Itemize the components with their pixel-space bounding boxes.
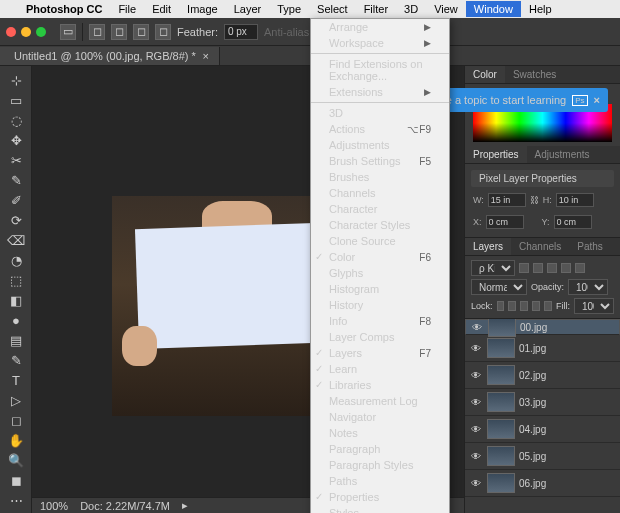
menu-window[interactable]: Window	[466, 1, 521, 17]
layer-filter-kind[interactable]: ρ Kind	[471, 260, 515, 276]
feather-input[interactable]	[224, 24, 258, 40]
layer-row[interactable]: 👁02.jpg	[465, 362, 620, 389]
menu-item-extensions[interactable]: Extensions▶	[311, 84, 449, 100]
menu-item-workspace[interactable]: Workspace▶	[311, 35, 449, 51]
lock-pos-icon[interactable]	[520, 301, 528, 311]
marquee-tool-icon[interactable]: ▭	[60, 24, 76, 40]
selection-subtract-icon[interactable]: ◻	[133, 24, 149, 40]
close-tab-icon[interactable]: ×	[203, 50, 209, 62]
tool-3[interactable]: ✥	[3, 130, 29, 150]
visibility-icon[interactable]: 👁	[470, 322, 484, 333]
visibility-icon[interactable]: 👁	[469, 424, 483, 435]
menu-item-channels[interactable]: Channels	[311, 185, 449, 201]
menu-item-history[interactable]: History	[311, 297, 449, 313]
tab-swatches[interactable]: Swatches	[505, 66, 564, 83]
tool-4[interactable]: ✂	[3, 150, 29, 170]
menu-type[interactable]: Type	[269, 1, 309, 17]
menu-item-paragraph-styles[interactable]: Paragraph Styles	[311, 457, 449, 473]
tool-12[interactable]: ●	[3, 310, 29, 330]
document-tab[interactable]: Untitled1 @ 100% (00.jpg, RGB/8#) * ×	[0, 47, 220, 65]
menu-item-measurement-log[interactable]: Measurement Log	[311, 393, 449, 409]
menu-item-actions[interactable]: Actions⌥F9	[311, 121, 449, 137]
menu-item-histogram[interactable]: Histogram	[311, 281, 449, 297]
menu-item-adjustments[interactable]: Adjustments	[311, 137, 449, 153]
tool-17[interactable]: ◻	[3, 410, 29, 430]
selection-new-icon[interactable]: ◻	[89, 24, 105, 40]
tool-20[interactable]: ◼	[3, 470, 29, 490]
tab-paths[interactable]: Paths	[569, 238, 611, 255]
tool-7[interactable]: ⟳	[3, 210, 29, 230]
opacity-select[interactable]: 100%	[568, 279, 608, 295]
menu-item-layer-comps[interactable]: Layer Comps	[311, 329, 449, 345]
visibility-icon[interactable]: 👁	[469, 397, 483, 408]
layer-row[interactable]: 👁05.jpg	[465, 443, 620, 470]
x-input[interactable]	[486, 215, 524, 229]
menu-layer[interactable]: Layer	[226, 1, 270, 17]
menu-item-brush-settings[interactable]: Brush SettingsF5	[311, 153, 449, 169]
menu-item-character[interactable]: Character	[311, 201, 449, 217]
menu-view[interactable]: View	[426, 1, 466, 17]
menu-edit[interactable]: Edit	[144, 1, 179, 17]
blend-mode-select[interactable]: Normal	[471, 279, 527, 295]
filter-smart-icon[interactable]	[575, 263, 585, 273]
menu-image[interactable]: Image	[179, 1, 226, 17]
w-input[interactable]	[488, 193, 526, 207]
menu-item-learn[interactable]: ✓Learn	[311, 361, 449, 377]
layer-row[interactable]: 👁06.jpg	[465, 470, 620, 497]
tab-layers[interactable]: Layers	[465, 238, 511, 255]
menu-item-brushes[interactable]: Brushes	[311, 169, 449, 185]
tab-properties[interactable]: Properties	[465, 146, 527, 163]
menu-item-layers[interactable]: ✓LayersF7	[311, 345, 449, 361]
tool-9[interactable]: ◔	[3, 250, 29, 270]
filter-type-icon[interactable]	[547, 263, 557, 273]
app-name[interactable]: Photoshop CC	[18, 1, 110, 17]
menu-file[interactable]: File	[110, 1, 144, 17]
menu-item-find-extensions-on-exchange-[interactable]: Find Extensions on Exchange...	[311, 56, 449, 84]
filter-adjust-icon[interactable]	[533, 263, 543, 273]
close-button[interactable]	[6, 27, 16, 37]
menu-item-info[interactable]: InfoF8	[311, 313, 449, 329]
menu-item-arrange[interactable]: Arrange▶	[311, 19, 449, 35]
status-chevron-icon[interactable]: ▸	[182, 499, 188, 512]
lock-pixels-icon[interactable]	[508, 301, 516, 311]
tab-adjustments[interactable]: Adjustments	[527, 146, 598, 163]
menu-filter[interactable]: Filter	[356, 1, 396, 17]
visibility-icon[interactable]: 👁	[469, 451, 483, 462]
tool-15[interactable]: T	[3, 370, 29, 390]
tool-11[interactable]: ◧	[3, 290, 29, 310]
tool-19[interactable]: 🔍	[3, 450, 29, 470]
tooltip-close-icon[interactable]: ×	[594, 94, 600, 106]
tool-0[interactable]: ⊹	[3, 70, 29, 90]
menu-item-3d[interactable]: 3D	[311, 105, 449, 121]
tab-channels[interactable]: Channels	[511, 238, 569, 255]
lock-all-icon[interactable]	[544, 301, 552, 311]
menu-item-character-styles[interactable]: Character Styles	[311, 217, 449, 233]
menu-item-clone-source[interactable]: Clone Source	[311, 233, 449, 249]
tool-6[interactable]: ✐	[3, 190, 29, 210]
menu-item-paths[interactable]: Paths	[311, 473, 449, 489]
tool-1[interactable]: ▭	[3, 90, 29, 110]
y-input[interactable]	[554, 215, 592, 229]
tool-10[interactable]: ⬚	[3, 270, 29, 290]
tool-5[interactable]: ✎	[3, 170, 29, 190]
selection-intersect-icon[interactable]: ◻	[155, 24, 171, 40]
menu-item-color[interactable]: ✓ColorF6	[311, 249, 449, 265]
visibility-icon[interactable]: 👁	[469, 478, 483, 489]
tool-14[interactable]: ✎	[3, 350, 29, 370]
lock-trans-icon[interactable]	[497, 301, 505, 311]
tab-color[interactable]: Color	[465, 66, 505, 83]
zoom-level[interactable]: 100%	[40, 500, 68, 512]
visibility-icon[interactable]: 👁	[469, 370, 483, 381]
maximize-button[interactable]	[36, 27, 46, 37]
lock-artb-icon[interactable]	[532, 301, 540, 311]
tool-8[interactable]: ⌫	[3, 230, 29, 250]
fill-select[interactable]: 100%	[574, 298, 614, 314]
menu-item-glyphs[interactable]: Glyphs	[311, 265, 449, 281]
menu-item-paragraph[interactable]: Paragraph	[311, 441, 449, 457]
layer-row[interactable]: 👁01.jpg	[465, 335, 620, 362]
layer-row[interactable]: 👁04.jpg	[465, 416, 620, 443]
link-icon[interactable]: ⛓	[530, 195, 539, 205]
menu-item-notes[interactable]: Notes	[311, 425, 449, 441]
menu-item-navigator[interactable]: Navigator	[311, 409, 449, 425]
menu-select[interactable]: Select	[309, 1, 356, 17]
